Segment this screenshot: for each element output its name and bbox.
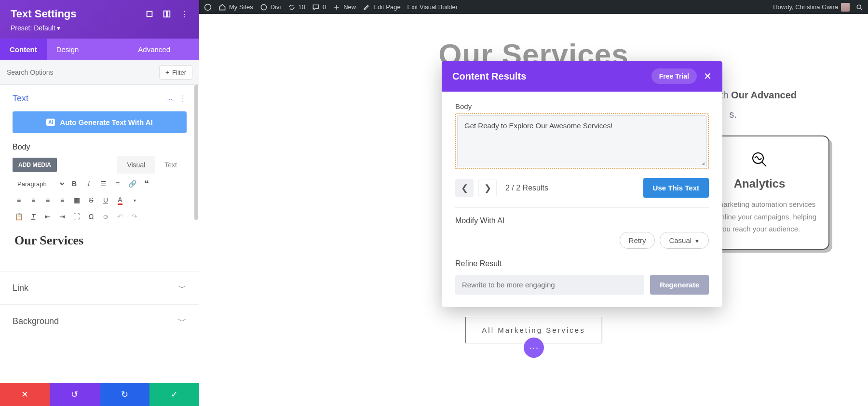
section-more-icon[interactable]: ⋮ [179,94,187,103]
ol-icon[interactable]: ≡ [111,177,124,190]
svg-point-2 [857,5,861,9]
textcolor-icon[interactable]: A [114,194,126,206]
body-label: Body [0,141,199,156]
refine-input[interactable] [455,275,644,295]
scrollbar[interactable] [194,85,198,220]
wp-admin-bar: My Sites Divi 10 0 New Edit Page Exit Vi… [199,0,868,14]
sidebar-header: Text Settings ⋮ Preset: Default ▾ [0,0,199,39]
undo-icon[interactable]: ↶ [114,210,126,223]
editor-content: Our Services [14,233,185,248]
close-icon[interactable]: ✕ [704,70,712,82]
paragraph-select[interactable]: Paragraph [13,178,66,190]
filter-button[interactable]: +Filter [159,65,192,80]
tab-content[interactable]: Content [0,39,47,60]
comments-link[interactable]: 0 [312,3,326,11]
page-canvas: Our Services Your ROI with Our Advanced … [199,14,868,406]
redo-icon[interactable]: ↷ [128,210,141,223]
italic-icon[interactable]: I [82,177,95,190]
resize-handle-icon[interactable] [700,160,705,166]
generated-text-area[interactable]: Get Ready to Explore Our Awesome Service… [457,115,707,167]
svg-rect-3 [147,12,152,17]
regenerate-button[interactable]: Regenerate [650,275,709,295]
settings-sidebar: Text Settings ⋮ Preset: Default ▾ Conten… [0,0,199,406]
editor-tab-text[interactable]: Text [155,156,187,174]
preset-dropdown[interactable]: Preset: Default ▾ [11,24,189,32]
align-left-icon[interactable]: ≡ [13,194,25,206]
ai-icon: AI [46,119,55,126]
wp-logo-icon[interactable] [204,3,212,11]
chevron-down-icon: ﹀ [178,315,187,327]
indent-icon[interactable]: ⇥ [56,210,68,223]
clear-format-icon[interactable]: T [27,210,40,223]
ul-icon[interactable]: ☰ [97,177,109,190]
sidebar-footer: ✕ ↺ ↻ ✓ [0,383,199,406]
link-icon[interactable]: 🔗 [126,177,138,190]
modal-body-label: Body [455,102,709,110]
avatar [841,3,850,12]
textcolor-caret-icon[interactable]: ▾ [128,194,141,206]
fullscreen-icon[interactable]: ⛶ [70,210,83,223]
updates-link[interactable]: 10 [288,3,305,11]
align-justify-icon[interactable]: ≡ [56,194,68,206]
section-background[interactable]: Background ﹀ [0,304,199,338]
site-name-link[interactable]: Divi [260,3,281,11]
svg-point-1 [261,4,266,10]
search-icon[interactable] [855,3,863,11]
tab-design[interactable]: Design [47,39,89,60]
exit-visual-builder-link[interactable]: Exit Visual Builder [407,3,458,11]
chevron-up-icon: ︿ [167,95,174,103]
analytics-icon [750,150,769,169]
add-media-button[interactable]: ADD MEDIA [13,158,57,172]
sidebar-tabs: Content Design Advanced [0,39,199,60]
content-results-modal: Content Results Free Trial ✕ Body Get Re… [442,61,722,307]
chevron-down-icon: ﹀ [178,282,187,294]
undo-button[interactable]: ↺ [50,383,99,406]
modal-header: Content Results Free Trial ✕ [442,61,722,92]
expand-icon[interactable] [145,10,154,18]
paste-icon[interactable]: 📋 [13,210,25,223]
prev-result-button[interactable]: ❮ [455,179,474,197]
more-icon[interactable]: ⋮ [180,10,189,18]
strike-icon[interactable]: S [85,194,97,206]
free-trial-button[interactable]: Free Trial [651,68,697,84]
next-result-button[interactable]: ❯ [478,179,497,197]
tone-dropdown[interactable]: Casual▼ [660,232,709,249]
table-icon[interactable]: ▦ [70,194,83,206]
underline-icon[interactable]: U [99,194,112,206]
fab-more-button[interactable]: ⋯ [524,338,544,358]
bold-icon[interactable]: B [68,177,81,190]
emoji-icon[interactable]: ☺ [99,210,112,223]
columns-icon[interactable] [163,10,171,18]
ai-generate-button[interactable]: AI Auto Generate Text With AI [13,111,187,133]
editor-toolbar: Paragraph B I ☰ ≡ 🔗 ❝ ≡ ≡ ≡ ≡ ▦ S U A ▾ … [0,174,199,225]
special-char-icon[interactable]: Ω [85,210,97,223]
new-link[interactable]: New [333,3,356,11]
svg-point-0 [205,4,211,10]
retry-button[interactable]: Retry [620,232,655,249]
refine-result-label: Refine Result [455,259,709,268]
sidebar-title: Text Settings [11,8,145,20]
quote-icon[interactable]: ❝ [140,177,153,190]
section-text-header[interactable]: Text ︿ ⋮ [0,85,199,107]
svg-rect-5 [167,11,170,17]
editor-tab-visual[interactable]: Visual [117,156,155,174]
align-right-icon[interactable]: ≡ [41,194,54,206]
results-count: 2 / 2 Results [505,184,548,192]
howdy-account[interactable]: Howdy, Christina Gwira [773,3,850,12]
editor-area[interactable]: Our Services [13,228,187,261]
tab-advanced[interactable]: Advanced [128,39,180,60]
redo-button[interactable]: ↻ [100,383,149,406]
modify-with-ai-label: Modify With AI [455,217,709,225]
cancel-button[interactable]: ✕ [0,383,50,406]
section-link[interactable]: Link ﹀ [0,271,199,304]
generated-text-wrapper: Get Ready to Explore Our Awesome Service… [455,113,709,169]
edit-page-link[interactable]: Edit Page [363,3,400,11]
search-input[interactable] [7,68,159,76]
my-sites-link[interactable]: My Sites [218,3,253,11]
use-this-text-button[interactable]: Use This Text [643,178,709,198]
outdent-icon[interactable]: ⇤ [41,210,54,223]
search-row: +Filter [0,60,199,85]
save-button[interactable]: ✓ [149,383,199,406]
svg-rect-4 [164,11,166,17]
align-center-icon[interactable]: ≡ [27,194,40,206]
